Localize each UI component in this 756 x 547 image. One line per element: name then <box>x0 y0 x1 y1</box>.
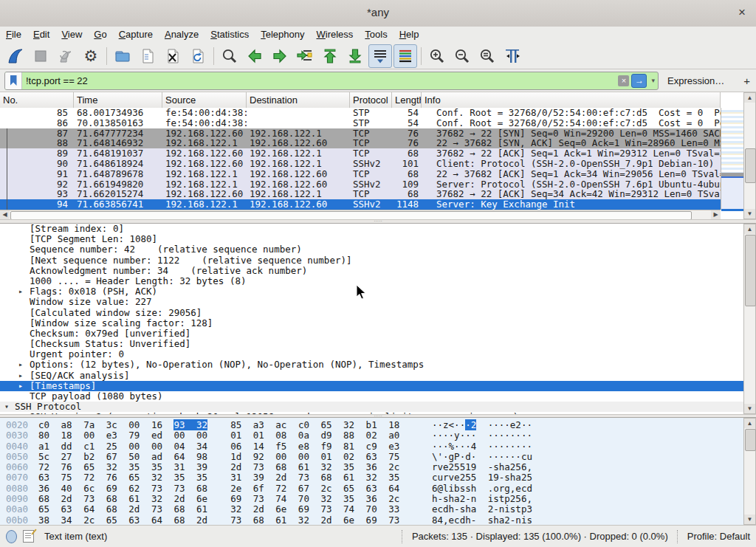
scroll-thumb[interactable] <box>745 148 756 183</box>
filter-apply-button[interactable]: → <box>631 74 647 88</box>
detail-line[interactable]: ▸Options: (12 bytes), No-Operation (NOP)… <box>0 359 743 370</box>
detail-line[interactable]: [Calculated window size: 29056] <box>0 308 743 318</box>
menu-wireless[interactable]: Wireless <box>311 27 360 40</box>
resize-columns-button[interactable] <box>501 44 524 68</box>
hex-row-0060[interactable]: 006072 76 65 32 35 35 31 39 2d 73 68 61 … <box>0 462 743 472</box>
detail-line[interactable]: ▸[Timestamps] <box>0 381 743 391</box>
menu-capture[interactable]: Capture <box>113 27 159 40</box>
column-header-no[interactable]: No. <box>0 92 74 108</box>
column-header-time[interactable]: Time <box>74 92 162 108</box>
packet-row-92[interactable]: 9271.661949820192.168.122.1192.168.122.6… <box>0 179 721 190</box>
detail-line[interactable]: ▸[SEQ/ACK analysis] <box>0 371 743 381</box>
collapsed-arrow-icon[interactable]: ▸ <box>18 371 23 381</box>
detail-line[interactable]: ▸Flags: 0x018 (PSH, ACK) <box>0 286 743 297</box>
status-profile[interactable]: Profile: Default <box>687 531 750 542</box>
display-filter-input[interactable] <box>22 72 618 89</box>
packet-row-89[interactable]: 8971.648191037192.168.122.60192.168.122.… <box>0 148 721 159</box>
column-header-length[interactable]: Length <box>392 92 422 108</box>
scroll-up-arrow[interactable]: ▲ <box>744 224 755 234</box>
reload-file-button[interactable] <box>186 44 210 68</box>
scroll-down-arrow[interactable]: ▼ <box>744 404 755 413</box>
scroll-thumb[interactable] <box>745 235 756 306</box>
menu-edit[interactable]: Edit <box>27 27 55 40</box>
go-to-top-button[interactable] <box>318 44 342 68</box>
go-forward-button[interactable] <box>268 44 292 68</box>
hex-row-0030[interactable]: 003080 18 00 e3 79 ed 00 00 01 01 08 0a … <box>0 430 743 441</box>
column-header-protocol[interactable]: Protocol <box>350 92 392 108</box>
hex-row-0090[interactable]: 009068 2d 73 68 61 32 2d 6e 69 73 74 70 … <box>0 494 743 504</box>
packet-row-85[interactable]: 8568.001734936fe:54:00:d4:38:2aSTP54Conf… <box>0 108 721 118</box>
go-back-button[interactable] <box>243 44 267 68</box>
detail-line[interactable]: [Stream index: 0] <box>0 224 743 234</box>
hex-row-0070[interactable]: 007063 75 72 76 65 32 35 35 31 39 2d 73 … <box>0 472 743 483</box>
collapsed-arrow-icon[interactable]: ▸ <box>18 381 23 391</box>
bytes-vscrollbar[interactable]: ▲ ▼ <box>743 418 756 525</box>
packet-row-91[interactable]: 9171.648789678192.168.122.1192.168.122.6… <box>0 169 721 179</box>
packet-row-87[interactable]: 8771.647777234192.168.122.60192.168.122.… <box>0 128 721 139</box>
menu-go[interactable]: Go <box>88 27 112 40</box>
detail-line[interactable]: [Window size scaling factor: 128] <box>0 318 743 328</box>
detail-line[interactable]: [Next sequence number: 1122 (relative se… <box>0 255 743 266</box>
scroll-down-arrow[interactable]: ▼ <box>744 209 755 219</box>
zoom-original-button[interactable] <box>475 44 499 68</box>
hex-row-0080[interactable]: 008036 40 6c 69 62 73 73 68 2e 6f 72 67 … <box>0 484 743 494</box>
detail-line[interactable]: TCP payload (1080 bytes) <box>0 391 743 402</box>
column-header-destination[interactable]: Destination <box>247 92 350 108</box>
detail-line[interactable]: Checksum: 0x79ed [unverified] <box>0 328 743 339</box>
capture-comment-icon[interactable] <box>23 530 34 543</box>
filter-history-dropdown[interactable]: ▾ <box>648 77 658 84</box>
add-filter-button[interactable]: + <box>739 75 755 87</box>
detail-line[interactable]: ▾SSH Protocol <box>0 402 743 412</box>
hex-row-00a0[interactable]: 00a065 63 64 68 2d 73 68 61 32 2d 6e 69 … <box>0 504 743 515</box>
zoom-in-button[interactable] <box>425 44 449 68</box>
packet-list-vscrollbar[interactable]: ▲ ▼ <box>743 92 756 219</box>
detail-line[interactable]: 1000 .... = Header Length: 32 bytes (8) <box>0 276 743 286</box>
scroll-down-arrow[interactable]: ▼ <box>744 515 755 524</box>
start-capture-button[interactable] <box>4 44 27 68</box>
expert-info-icon[interactable] <box>6 530 17 543</box>
column-header-source[interactable]: Source <box>162 92 247 108</box>
expanded-arrow-icon[interactable]: ▾ <box>4 402 9 412</box>
menu-file[interactable]: File <box>0 27 27 40</box>
expression-button[interactable]: Expression… <box>667 75 724 86</box>
packet-row-88[interactable]: 8871.648146932192.168.122.1192.168.122.6… <box>0 138 721 148</box>
zoom-out-button[interactable] <box>450 44 474 68</box>
menu-statistics[interactable]: Statistics <box>205 27 255 40</box>
menu-help[interactable]: Help <box>394 27 425 40</box>
go-to-packet-button[interactable] <box>293 44 317 68</box>
open-file-button[interactable] <box>111 44 134 68</box>
scroll-up-arrow[interactable]: ▲ <box>744 419 755 428</box>
packet-row-94[interactable]: 9471.663856741192.168.122.1192.168.122.6… <box>0 199 721 210</box>
restart-capture-button[interactable] <box>54 44 78 68</box>
collapsed-arrow-icon[interactable]: ▸ <box>18 359 23 370</box>
stop-capture-button[interactable] <box>29 44 52 68</box>
scroll-right-arrow[interactable]: ▶ <box>711 210 721 219</box>
packet-row-93[interactable]: 9371.662015274192.168.122.60192.168.122.… <box>0 189 721 199</box>
detail-line[interactable]: Acknowledgment number: 34 (relative ack … <box>0 266 743 276</box>
detail-vscrollbar[interactable]: ▲ ▼ <box>743 224 756 414</box>
collapsed-arrow-icon[interactable]: ▸ <box>18 286 23 297</box>
filter-clear-button[interactable]: × <box>618 75 629 86</box>
hex-row-0040[interactable]: 0040a1 dd c1 25 00 00 04 34 06 14 f5 e8 … <box>0 441 743 452</box>
scroll-left-arrow[interactable]: ◀ <box>0 210 10 219</box>
capture-options-button[interactable]: ⚙ <box>79 44 103 68</box>
close-window-button[interactable]: × <box>734 4 750 21</box>
hex-row-0020[interactable]: 0020c0 a8 7a 3c 00 16 93 32 85 a3 ac c0 … <box>0 420 743 430</box>
hex-row-0050[interactable]: 00505c 27 b2 67 50 ad 64 98 1d 92 00 00 … <box>0 452 743 462</box>
menu-telephony[interactable]: Telephony <box>255 27 310 40</box>
intelligent-scrollbar[interactable] <box>721 108 743 210</box>
title-bar[interactable]: *any × <box>0 0 756 27</box>
detail-line[interactable]: Window size value: 227 <box>0 297 743 307</box>
detail-line[interactable]: Sequence number: 42 (relative sequence n… <box>0 244 743 255</box>
colorize-button[interactable] <box>394 44 417 68</box>
packet-list-hscrollbar[interactable]: ◀ ▶ <box>0 210 721 220</box>
packet-row-86[interactable]: 8670.013850163fe:54:00:d4:38:2aSTP54Conf… <box>0 118 721 128</box>
menu-analyze[interactable]: Analyze <box>159 27 205 40</box>
find-packet-button[interactable] <box>218 44 241 68</box>
menu-tools[interactable]: Tools <box>359 27 393 40</box>
detail-line[interactable]: [Checksum Status: Unverified] <box>0 339 743 349</box>
go-to-bottom-button[interactable] <box>343 44 367 68</box>
detail-line[interactable]: [TCP Segment Len: 1080] <box>0 234 743 244</box>
save-file-button[interactable] <box>136 44 159 68</box>
scroll-thumb[interactable] <box>745 429 756 451</box>
